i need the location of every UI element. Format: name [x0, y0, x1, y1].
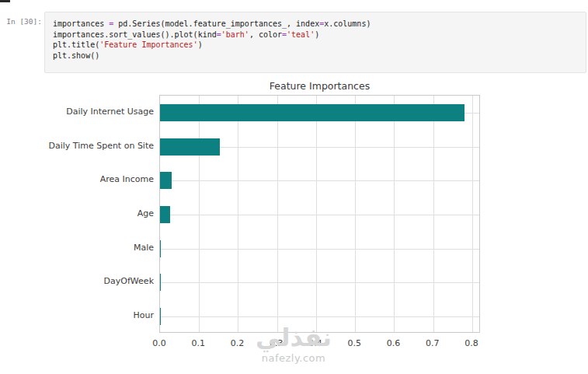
gridline-horizontal [160, 249, 479, 250]
bar [160, 240, 161, 257]
code-lines: importances = pd.Series(model.feature_im… [53, 19, 578, 61]
code-token-plain: ) [315, 30, 319, 39]
chart-title: Feature Importances [159, 80, 480, 92]
bar [160, 138, 220, 156]
bar [160, 172, 172, 189]
y-tick-label: Area Income [0, 174, 154, 184]
bar [160, 104, 464, 121]
gridline-vertical [394, 96, 395, 332]
code-token-plain: importances.sort_values().plot(kind [53, 30, 217, 39]
window-corner-artifact [0, 0, 10, 2]
chart-output: Feature Importances Daily Internet Usage… [0, 78, 588, 374]
gridline-vertical [277, 96, 278, 332]
gridline-vertical [472, 96, 473, 332]
gridline-vertical [316, 96, 317, 332]
input-prompt: In [30]: [2, 17, 42, 26]
code-token-plain: pd.Series(model.feature_importances_, in… [113, 19, 319, 28]
plot-area [159, 95, 480, 333]
bar [160, 206, 170, 223]
code-token-str: 'barh' [221, 30, 249, 39]
bar [160, 274, 161, 291]
y-tick-label: Daily Internet Usage [0, 107, 154, 117]
code-token-plain: importances [53, 19, 109, 28]
gridline-horizontal [160, 316, 479, 317]
code-token-plain: , color [249, 30, 282, 39]
gridline-vertical [433, 96, 434, 332]
gridline-horizontal [160, 282, 479, 283]
x-tick-label: 0.2 [225, 338, 249, 348]
gridline-vertical [238, 96, 238, 332]
code-token-str: 'teal' [287, 30, 315, 39]
gridline-horizontal [160, 180, 479, 181]
code-editor[interactable]: importances = pd.Series(model.feature_im… [44, 12, 586, 73]
x-tick-label: 0.3 [265, 338, 288, 348]
x-tick-label: 0.6 [381, 338, 405, 348]
code-token-str: 'Feature Importances' [99, 40, 197, 49]
y-tick-label: Daily Time Spent on Site [0, 141, 154, 151]
code-token-plain: plt.title( [53, 40, 99, 49]
y-tick-label: Hour [0, 310, 154, 320]
gridline-vertical [199, 96, 200, 332]
x-tick-label: 0.1 [186, 338, 210, 348]
watermark-domain: nafezly.com [237, 352, 350, 364]
code-token-plain: ) [198, 40, 203, 49]
code-line: plt.title('Feature Importances') [53, 40, 578, 51]
y-tick-label: DayOfWeek [0, 276, 154, 286]
x-tick-label: 0.8 [460, 338, 483, 348]
code-token-plain: x.columns) [324, 19, 371, 28]
x-tick-label: 0.5 [343, 338, 366, 348]
gridline-horizontal [160, 215, 479, 215]
y-tick-label: Male [0, 243, 154, 253]
notebook-code-cell: In [30]: importances = pd.Series(model.f… [0, 12, 588, 74]
code-line: importances.sort_values().plot(kind='bar… [53, 30, 578, 40]
x-tick-label: 0.0 [148, 338, 171, 348]
x-tick-label: 0.7 [421, 338, 444, 348]
bar [160, 308, 161, 325]
x-tick-label: 0.4 [304, 338, 327, 348]
code-line: importances = pd.Series(model.feature_im… [53, 19, 578, 30]
code-token-plain: plt.show() [53, 51, 99, 60]
y-tick-label: Age [0, 208, 154, 218]
gridline-vertical [355, 96, 356, 332]
code-line: plt.show() [53, 51, 578, 61]
